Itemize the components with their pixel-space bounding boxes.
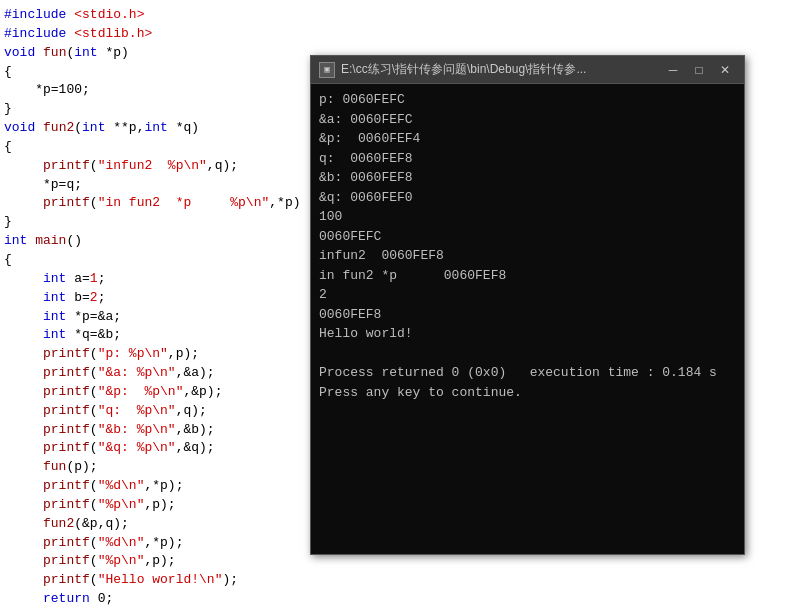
terminal-output-line: Hello world! [319, 324, 736, 344]
terminal-titlebar: ▣ E:\cc练习\指针传参问题\bin\Debug\指针传参... ─ □ ✕ [311, 56, 744, 84]
minimize-button[interactable]: ─ [662, 61, 684, 79]
terminal-continue-prompt: Press any key to continue. [319, 383, 736, 403]
terminal-process-return: Process returned 0 (0x0) execution time … [319, 363, 736, 383]
window-controls: ─ □ ✕ [662, 61, 736, 79]
terminal-output-line: &q: 0060FEF0 [319, 188, 736, 208]
terminal-output-line: 100 [319, 207, 736, 227]
code-line: printf("Hello world!\n"); [4, 571, 801, 590]
terminal-output-line: 2 [319, 285, 736, 305]
terminal-output-line [319, 344, 736, 364]
maximize-button[interactable]: □ [688, 61, 710, 79]
terminal-output-line: &a: 0060FEFC [319, 110, 736, 130]
code-line: #include <stdlib.h> [4, 25, 801, 44]
terminal-icon: ▣ [319, 62, 335, 78]
terminal-output-line: infun2 0060FEF8 [319, 246, 736, 266]
close-button[interactable]: ✕ [714, 61, 736, 79]
terminal-body[interactable]: p: 0060FEFC &a: 0060FEFC &p: 0060FEF4 q:… [311, 84, 744, 554]
code-line: return 0; [4, 590, 801, 609]
terminal-output-line: p: 0060FEFC [319, 90, 736, 110]
terminal-output-line: 0060FEFC [319, 227, 736, 247]
terminal-output-line: in fun2 *p 0060FEF8 [319, 266, 736, 286]
terminal-title: E:\cc练习\指针传参问题\bin\Debug\指针传参... [341, 61, 654, 78]
code-line: #include <stdio.h> [4, 6, 801, 25]
terminal-window[interactable]: ▣ E:\cc练习\指针传参问题\bin\Debug\指针传参... ─ □ ✕… [310, 55, 745, 555]
terminal-output-line: 0060FEF8 [319, 305, 736, 325]
terminal-output-line: q: 0060FEF8 [319, 149, 736, 169]
terminal-output-line: &p: 0060FEF4 [319, 129, 736, 149]
code-line: printf("%p\n",p); [4, 552, 801, 571]
terminal-output-line: &b: 0060FEF8 [319, 168, 736, 188]
